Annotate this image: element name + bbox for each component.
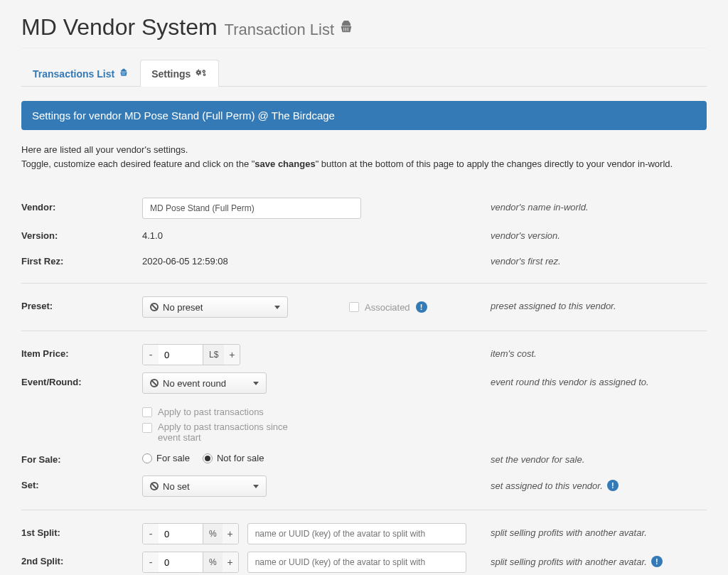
row-for-sale: For Sale: For sale Not for sale set the … bbox=[21, 450, 707, 468]
label-first-rez: First Rez: bbox=[21, 252, 142, 267]
apply-past-since-checkbox[interactable]: Apply to past transactions since event s… bbox=[142, 421, 300, 443]
intro-line1: Here are listed all your vendor's settin… bbox=[21, 143, 707, 157]
basket-icon bbox=[338, 19, 354, 37]
increment-button[interactable]: + bbox=[223, 524, 238, 544]
split1-input[interactable] bbox=[159, 524, 203, 544]
ban-icon bbox=[150, 482, 159, 490]
label-item-price: Item Price: bbox=[21, 344, 142, 359]
label-split-1: 1st Split: bbox=[21, 523, 142, 538]
help-set: set assigned to this vendor. ! bbox=[491, 475, 707, 491]
unit-label: % bbox=[203, 524, 223, 544]
row-vendor: Vendor: vendor's name in-world. bbox=[21, 198, 707, 219]
apply-past-since-label: Apply to past transactions since event s… bbox=[158, 421, 300, 443]
row-split-1: 1st Split: - % + split selling profits w… bbox=[21, 523, 707, 544]
unit-label: L$ bbox=[203, 345, 224, 365]
help-event-round: event round this vendor is assigned to. bbox=[491, 372, 707, 387]
page-header: MD Vendor System Transaction List bbox=[21, 14, 707, 48]
associated-checkbox-row[interactable]: Associated ! bbox=[349, 301, 427, 313]
for-sale-radio-group: For sale Not for sale bbox=[142, 450, 264, 463]
intro-text: Here are listed all your vendor's settin… bbox=[21, 143, 707, 171]
label-vendor: Vendor: bbox=[21, 198, 142, 213]
item-price-spinner: - L$ + bbox=[142, 344, 240, 365]
radio-not-for-sale[interactable]: Not for sale bbox=[203, 453, 264, 463]
help-vendor: vendor's name in-world. bbox=[491, 198, 707, 213]
preset-value: No preset bbox=[163, 302, 203, 313]
radio-icon bbox=[203, 453, 213, 463]
svg-point-3 bbox=[203, 71, 205, 72]
radio-label: For sale bbox=[156, 453, 190, 463]
help-preset: preset assigned to this vendor. bbox=[491, 296, 707, 311]
help-split2: split selling profits with another avata… bbox=[491, 552, 707, 567]
event-round-dropdown[interactable]: No event round bbox=[142, 372, 267, 394]
page-subtitle: Transaction List bbox=[225, 21, 334, 38]
decrement-button[interactable]: - bbox=[143, 552, 159, 572]
increment-button[interactable]: + bbox=[224, 345, 240, 365]
tabs: Transactions List Settings bbox=[21, 59, 707, 87]
help-first-rez: vendor's first rez. bbox=[491, 252, 707, 267]
checkbox-icon bbox=[142, 423, 152, 433]
event-round-value: No event round bbox=[163, 378, 226, 389]
help-version: vendor's version. bbox=[491, 226, 707, 241]
ban-icon bbox=[150, 303, 159, 311]
basket-icon bbox=[119, 68, 129, 80]
settings-banner: Settings for vendor MD Pose Stand (Full … bbox=[21, 101, 707, 130]
gears-icon bbox=[195, 68, 208, 80]
label-for-sale: For Sale: bbox=[21, 450, 142, 465]
set-value: No set bbox=[163, 481, 190, 492]
help-split1: split selling profits with another avata… bbox=[491, 523, 707, 538]
decrement-button[interactable]: - bbox=[143, 524, 159, 544]
label-set: Set: bbox=[21, 475, 142, 490]
row-split-2: 2nd Split: - % + split selling profits w… bbox=[21, 552, 707, 573]
label-preset: Preset: bbox=[21, 296, 142, 311]
associated-label: Associated bbox=[365, 302, 410, 313]
label-split-2: 2nd Split: bbox=[21, 552, 142, 566]
unit-label: % bbox=[203, 552, 223, 572]
preset-dropdown[interactable]: No preset bbox=[142, 296, 288, 318]
apply-past-checkbox[interactable]: Apply to past transactions bbox=[142, 407, 264, 417]
split2-input[interactable] bbox=[159, 552, 203, 572]
ban-icon bbox=[150, 379, 159, 387]
vendor-name-input[interactable] bbox=[142, 198, 361, 219]
checkbox-icon bbox=[349, 302, 359, 312]
tab-label: Transactions List bbox=[33, 68, 114, 80]
row-version: Version: 4.1.0 vendor's version. bbox=[21, 226, 707, 244]
caret-icon bbox=[253, 382, 259, 385]
row-preset: Preset: No preset Associated ! preset as… bbox=[21, 296, 707, 318]
label-version: Version: bbox=[21, 226, 142, 241]
tab-label: Settings bbox=[151, 68, 191, 80]
checkbox-icon bbox=[142, 407, 152, 417]
row-item-price: Item Price: - L$ + item's cost. bbox=[21, 344, 707, 365]
set-dropdown[interactable]: No set bbox=[142, 475, 267, 497]
row-first-rez: First Rez: 2020-06-05 12:59:08 vendor's … bbox=[21, 252, 707, 270]
apply-past-options: Apply to past transactions Apply to past… bbox=[142, 407, 300, 443]
intro-line2: Toggle, customize each desired feature a… bbox=[21, 157, 707, 171]
help-for-sale: set the vendor for sale. bbox=[491, 450, 707, 465]
radio-icon bbox=[142, 453, 152, 463]
item-price-input[interactable] bbox=[159, 345, 203, 365]
first-rez-value: 2020-06-05 12:59:08 bbox=[142, 252, 228, 267]
version-value: 4.1.0 bbox=[142, 226, 163, 241]
row-event-round: Event/Round: No event round Apply to pas… bbox=[21, 372, 707, 443]
svg-point-1 bbox=[198, 72, 200, 73]
tab-settings[interactable]: Settings bbox=[140, 60, 219, 87]
svg-point-5 bbox=[204, 74, 205, 75]
increment-button[interactable]: + bbox=[223, 552, 238, 572]
info-icon[interactable]: ! bbox=[416, 301, 427, 313]
radio-for-sale[interactable]: For sale bbox=[142, 453, 190, 463]
caret-icon bbox=[253, 485, 259, 488]
info-icon[interactable]: ! bbox=[607, 480, 619, 491]
help-item-price: item's cost. bbox=[491, 344, 707, 359]
separator bbox=[21, 283, 707, 284]
separator bbox=[21, 331, 707, 331]
apply-past-label: Apply to past transactions bbox=[158, 407, 264, 417]
split1-spinner: - % + bbox=[142, 523, 239, 544]
row-set: Set: No set set assigned to this vendor.… bbox=[21, 475, 707, 497]
split2-spinner: - % + bbox=[142, 552, 239, 573]
radio-label: Not for sale bbox=[217, 453, 264, 463]
info-icon[interactable]: ! bbox=[651, 556, 663, 567]
tab-transactions-list[interactable]: Transactions List bbox=[21, 60, 140, 87]
caret-icon bbox=[274, 306, 280, 309]
split2-avatar-input[interactable] bbox=[247, 552, 466, 573]
split1-avatar-input[interactable] bbox=[247, 523, 466, 544]
decrement-button[interactable]: - bbox=[143, 345, 159, 365]
